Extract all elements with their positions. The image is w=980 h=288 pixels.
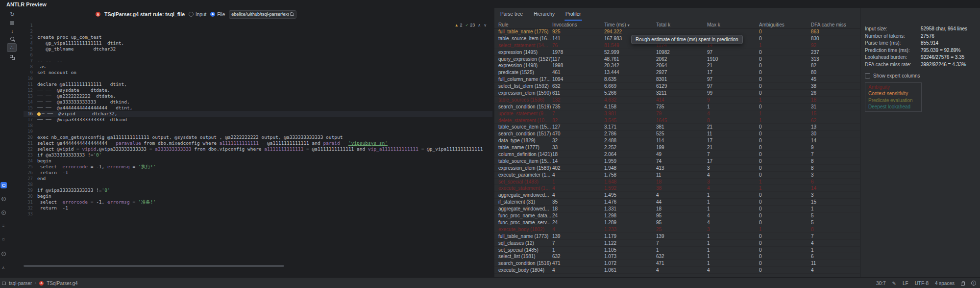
services-icon[interactable]: ≡ — [0, 223, 6, 229]
code-line[interactable]: 13── ── @a2222222222 dtdate, — [24, 93, 492, 99]
file-encoding[interactable]: UTF-8 — [915, 281, 929, 286]
code-line[interactable]: 9set nocount on — [24, 70, 492, 76]
code-line[interactable]: 14── ── @a333333333333 dtkind, — [24, 99, 492, 105]
code-line[interactable]: 20exec nb_com_getsysconfig @a11111111111… — [24, 134, 492, 140]
line-ending[interactable]: LF — [903, 281, 908, 286]
column-header[interactable]: Total k — [656, 22, 707, 28]
code-line[interactable]: 16─ ── @vipid dtchar32, — [24, 111, 492, 117]
profiler-row[interactable]: table_sources (1536)1324.6324149118 — [494, 97, 860, 104]
profiler-row[interactable]: search_condition (1516)4711.0724711011 — [494, 260, 860, 267]
code-line[interactable]: 27end — [24, 176, 492, 182]
save-input-icon[interactable]: ↓ — [8, 27, 17, 34]
code-line[interactable]: 19 — [24, 129, 492, 134]
code-line[interactable]: 11declare @a1111111111111 dtint, — [24, 81, 492, 87]
code-line[interactable]: 24begin — [24, 158, 492, 164]
code-line[interactable]: 8 as — [24, 64, 492, 70]
code-line[interactable]: 21select @a4444444444444444 = paravalue … — [24, 140, 492, 146]
profiler-row[interactable]: expression_elem (1590)6115.266321199026 — [494, 90, 860, 97]
code-line[interactable]: 5 @p_tblname dtchar32 — [24, 46, 492, 52]
browse-folder-icon[interactable] — [290, 13, 294, 16]
code-line[interactable]: 28 — [24, 182, 492, 187]
code-line[interactable]: 15── ── @a4444444444444444 dtint, — [24, 105, 492, 111]
hierarchy-view-icon[interactable] — [8, 54, 17, 61]
code-line[interactable]: 29if @vipa333333333333 !='0' — [24, 187, 492, 193]
code-line[interactable]: 33 — [24, 211, 492, 217]
code-line[interactable]: 31 select errorcode = -1, errormsg = '准备… — [24, 199, 492, 205]
code-line[interactable]: 1 — [24, 23, 492, 28]
profiler-row[interactable]: predicate (1525)46113.444292717080 — [494, 69, 860, 76]
profiler-row[interactable]: execute_body (1802)41.23325318 — [494, 226, 860, 233]
problems-icon[interactable]: ! — [0, 251, 6, 257]
column-header[interactable]: Time (ms)▾ — [604, 22, 656, 28]
profiler-row[interactable]: if_statement (31)351.476441015 — [494, 199, 860, 206]
profiler-row[interactable]: select_list (1581)6321.073632106 — [494, 253, 860, 260]
profiler-row[interactable]: full_table_name (1775)925294.3220863 — [494, 28, 860, 35]
profiler-row[interactable]: table_source_item (15...1273.17138121013 — [494, 124, 860, 131]
profiler-row[interactable]: delete_statement (10...823.54516458162 — [494, 117, 860, 124]
profiler-row[interactable]: execute_statement (1...41.592384114 — [494, 185, 860, 192]
scroll-to-source-icon[interactable] — [8, 35, 17, 42]
cursor-position[interactable]: 30:7 — [876, 281, 885, 286]
code-line[interactable]: 18 — [24, 123, 492, 129]
window-icon[interactable] — [2, 282, 6, 285]
code-line[interactable]: 25 select errorcode = -1, errormsg = '执行… — [24, 164, 492, 170]
profiler-table-header[interactable]: RuleInvocationsTime (ms)▾Total kMax kAmb… — [494, 22, 860, 28]
profiler-row[interactable]: search_condition (1517)4702.78652511030 — [494, 131, 860, 137]
tab-parse-tree[interactable]: Parse tree — [499, 9, 524, 21]
profiler-row[interactable]: column_definition (1421)182.06449707 — [494, 151, 860, 158]
breadcrumb-file[interactable]: TSqlParser.g4 — [47, 281, 77, 286]
highlighting-level-icon[interactable]: ✎ — [892, 281, 896, 286]
show-expert-columns-checkbox[interactable]: Show expert columns — [865, 73, 978, 79]
panel-divider[interactable] — [860, 8, 860, 277]
profiler-row[interactable]: func_proc_name_serv...241.28995405 — [494, 219, 860, 226]
notifications-icon[interactable]: ! — [971, 281, 976, 286]
code-editor[interactable]: 123create proc up_com_test4 @p_vipa11111… — [24, 22, 492, 271]
indent-setting[interactable]: 4 spaces — [935, 281, 955, 286]
profiler-row[interactable]: select_list_elem (1592)6326.669612997038 — [494, 83, 860, 90]
code-line[interactable]: 10 — [24, 76, 492, 81]
profiler-row[interactable]: full_table_name (1773)1391.179139107 — [494, 233, 860, 240]
code-line[interactable]: 7-- -- -- — [24, 58, 492, 64]
profiler-row[interactable]: query_expression (1527)11748.76120621910… — [494, 56, 860, 63]
profiler-row[interactable]: set_special (1483)11.64818316 — [494, 179, 860, 185]
refresh-icon[interactable]: ↻ — [8, 11, 17, 18]
code-line[interactable]: 23if @a333333333333 !='0' — [24, 152, 492, 158]
next-issue-icon[interactable]: ∨ — [484, 23, 487, 27]
column-header[interactable]: Invocations — [552, 22, 604, 28]
profiler-row[interactable]: search_condition (1519)7354.1587351031 — [494, 104, 860, 110]
terminal-icon[interactable]: ⌑ — [0, 237, 6, 243]
column-header[interactable]: Max k — [707, 22, 759, 28]
column-header[interactable]: Ambiguities — [759, 22, 811, 28]
column-header[interactable]: DFA cache miss — [811, 22, 860, 28]
antlr-preview-toolwindow-button[interactable] — [0, 182, 7, 188]
code-line[interactable]: 26 return -1 — [24, 170, 492, 176]
profiler-row[interactable]: full_column_name (17...10948.63583019704… — [494, 76, 860, 83]
code-line[interactable]: 2 — [24, 28, 492, 34]
profiler-row[interactable]: aggregate_windowed...41.4954103 — [494, 192, 860, 199]
profiler-row[interactable]: func_proc_name_data...241.29895405 — [494, 212, 860, 219]
file-path-field[interactable]: ebelice/Github/tsql-parser/examples/big.… — [229, 10, 296, 19]
profiler-row[interactable]: table_source_item (15...141.959741708 — [494, 158, 860, 165]
code-line[interactable]: 22select @vipid = vipid,@vipa33333333333… — [24, 146, 492, 152]
profiler-row[interactable]: expression (1498)199820.342206421082 — [494, 62, 860, 69]
prev-issue-icon[interactable]: ∧ — [478, 23, 481, 27]
profiler-row[interactable]: update_statement (9...73.981794115 — [494, 110, 860, 117]
profiler-row[interactable]: data_type (1829)322.48811417014 — [494, 137, 860, 144]
code-line[interactable]: 30begin — [24, 193, 492, 199]
code-line[interactable]: 6 — [24, 52, 492, 58]
profiler-row[interactable]: expression_elem (1589)4021.948413308 — [494, 165, 860, 172]
code-line[interactable]: 12── ── @sysdate dtdate, — [24, 87, 492, 93]
profiler-row[interactable]: execute_parameter (1...41.75811403 — [494, 172, 860, 179]
antlr-toolwindow-icon[interactable]: a — [0, 209, 6, 215]
code-line[interactable]: 32 return -1 — [24, 205, 492, 211]
profiler-row[interactable]: sql_clauses (12)71.1227104 — [494, 240, 860, 247]
run-toolwindow-icon[interactable]: ▸ — [0, 196, 6, 202]
column-header[interactable]: Rule — [498, 22, 552, 28]
profiler-row[interactable]: table_name (1777)332.2521992109 — [494, 144, 860, 151]
stop-icon[interactable] — [8, 20, 17, 26]
breadcrumb-project[interactable]: tsql-parser — [9, 281, 32, 286]
code-line[interactable]: 17── ── @vipa333333333333 dtkind — [24, 117, 492, 123]
profiler-row[interactable]: set_special (1485)11.1051101 — [494, 247, 860, 254]
code-line[interactable]: 3create proc up_com_test — [24, 34, 492, 40]
horizontal-scrollbar[interactable] — [24, 265, 284, 267]
